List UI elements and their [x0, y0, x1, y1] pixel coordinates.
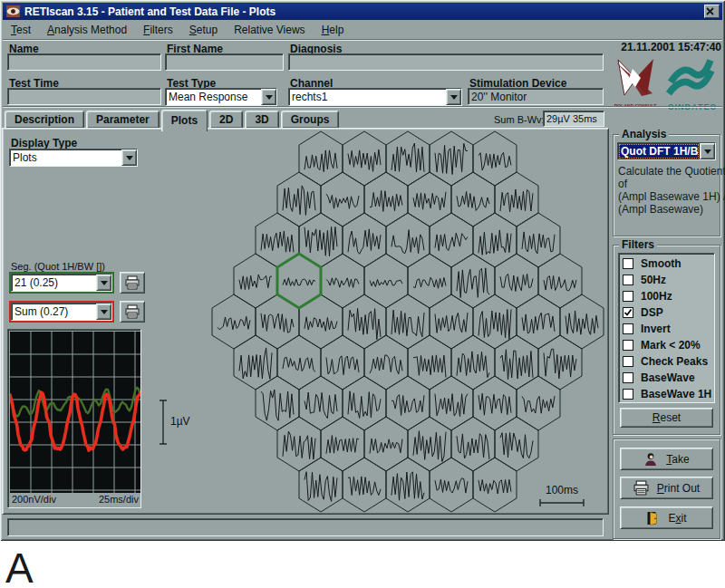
- hex-trace: [435, 394, 468, 417]
- hex-trace: [522, 232, 555, 254]
- print-out-button[interactable]: Print Out: [620, 477, 713, 499]
- filter-check-peaks[interactable]: Check Peaks: [619, 353, 714, 370]
- test-type-select[interactable]: Mean Response: [165, 88, 277, 106]
- channel-select[interactable]: rechts1: [288, 88, 462, 106]
- hex-trace: [261, 313, 294, 333]
- chevron-down-icon: [101, 281, 108, 285]
- checkbox-icon[interactable]: [623, 307, 633, 318]
- hex-trace: [283, 278, 315, 286]
- reset-button[interactable]: Reset: [620, 408, 713, 428]
- seg-combo2-dropdown-button[interactable]: [96, 304, 111, 320]
- analysis-select[interactable]: Quot DFT 1H/B: [617, 142, 716, 160]
- hex-trace: [283, 186, 315, 216]
- analysis-description-line: (Ampl Basewave 1H) /: [618, 190, 725, 203]
- hex-trace: [304, 150, 337, 172]
- hex-trace: [392, 310, 424, 337]
- hex-trace: [457, 434, 489, 459]
- hex-trace: [348, 149, 381, 171]
- checkbox-icon[interactable]: [623, 258, 633, 269]
- sum-bwv-value: 29µV 35ms: [543, 111, 604, 127]
- reset-button-label: Reset: [652, 411, 681, 424]
- test-type-dropdown-button[interactable]: [261, 89, 276, 105]
- checkbox-icon[interactable]: [623, 389, 633, 400]
- seg-combo1-dropdown-button[interactable]: [96, 275, 111, 291]
- tab-3d[interactable]: 3D: [245, 111, 278, 129]
- hex-trace: [304, 317, 337, 332]
- display-type-select[interactable]: Plots: [9, 149, 138, 167]
- close-button[interactable]: [704, 5, 720, 18]
- checkbox-icon[interactable]: [623, 275, 633, 285]
- test-time-input[interactable]: [7, 88, 161, 105]
- tab-plots[interactable]: Plots: [161, 110, 208, 131]
- menu-filters[interactable]: Filters: [135, 22, 181, 38]
- filter-smooth[interactable]: Smooth: [619, 255, 714, 272]
- hex-segment[interactable]: [234, 254, 277, 308]
- red-trace: [10, 392, 140, 450]
- filters-list: Smooth50Hz100HzDSPInvertMark < 20%Check …: [618, 253, 715, 403]
- filter-basewave[interactable]: BaseWave: [619, 370, 714, 386]
- hex-trace: [478, 152, 511, 170]
- tab-2d[interactable]: 2D: [209, 111, 243, 129]
- menu-test[interactable]: Test: [3, 22, 39, 38]
- seg-combo2-frame: Sum (0.27): [9, 301, 114, 323]
- menu-analysis-method[interactable]: Analysis Method: [39, 22, 135, 38]
- hex-field[interactable]: [145, 129, 609, 515]
- checkbox-icon[interactable]: [623, 291, 633, 302]
- filter-invert[interactable]: Invert: [619, 321, 714, 337]
- tab-parameter[interactable]: Parameter: [86, 111, 160, 129]
- analysis-dropdown-button[interactable]: [700, 143, 715, 159]
- menu-relative-views[interactable]: Relative Views: [226, 22, 313, 38]
- hex-trace: [326, 436, 359, 454]
- exit-button-label: Exit: [668, 512, 686, 525]
- filter-label: 50Hz: [641, 274, 666, 286]
- filter-100hz[interactable]: 100Hz: [619, 288, 714, 304]
- channel-dropdown-button[interactable]: [446, 89, 461, 105]
- hex-trace: [457, 352, 489, 378]
- analysis-value: Quot DFT 1H/B: [618, 143, 700, 159]
- filter-label: Mark < 20%: [641, 339, 701, 352]
- hex-trace: [544, 349, 576, 379]
- take-button[interactable]: Take: [620, 448, 713, 470]
- menu-help[interactable]: Help: [314, 22, 353, 38]
- seg2-print-button[interactable]: [120, 301, 145, 323]
- tab-groups[interactable]: Groups: [281, 111, 340, 129]
- hex-segment[interactable]: [212, 294, 256, 349]
- filter-50hz[interactable]: 50Hz: [619, 272, 714, 288]
- filter-dsp[interactable]: DSP: [619, 304, 714, 321]
- filter-basewave-1h[interactable]: BaseWave 1H: [619, 386, 714, 402]
- hex-trace: [544, 276, 576, 292]
- x-div-label: 25ms/div: [99, 494, 139, 506]
- seg-combo1[interactable]: 21 (0.25): [11, 274, 112, 292]
- hex-trace: [522, 396, 555, 413]
- hex-trace: [500, 274, 533, 291]
- checkbox-icon[interactable]: [623, 372, 633, 383]
- hex-trace: [500, 350, 533, 380]
- window-title: RETIscan 3.15 - Patient and Test Data Fi…: [24, 5, 276, 18]
- display-type-label: Display Type: [11, 137, 77, 149]
- exit-button[interactable]: Exit: [620, 506, 713, 529]
- diagnosis-input[interactable]: [288, 53, 604, 71]
- hex-trace: [500, 189, 533, 212]
- seg1-print-button[interactable]: [120, 272, 145, 294]
- stimulation-device-field: 20'' Monitor: [468, 88, 604, 105]
- amplitude-scale-bar: [160, 400, 167, 444]
- filter-mark-20-[interactable]: Mark < 20%: [619, 337, 714, 353]
- display-type-dropdown-button[interactable]: [121, 149, 137, 166]
- checkbox-icon[interactable]: [623, 340, 633, 351]
- analysis-description-line: of: [618, 178, 725, 190]
- menu-setup[interactable]: Setup: [181, 22, 226, 38]
- chevron-down-icon: [266, 95, 273, 100]
- checkbox-icon[interactable]: [623, 356, 633, 367]
- checkbox-icon[interactable]: [623, 323, 633, 334]
- cindatec-logo: CINDATEC: [664, 57, 720, 111]
- hex-trace: [261, 231, 294, 252]
- datetime-text: 21.11.2001 15:47:40: [580, 41, 721, 53]
- y-div-label: 200nV/div: [12, 494, 56, 506]
- tab-description[interactable]: Description: [5, 111, 84, 129]
- first-name-input[interactable]: [165, 53, 284, 71]
- seg-combo2[interactable]: Sum (0.27): [11, 303, 112, 321]
- name-input[interactable]: [7, 53, 161, 71]
- title-bar[interactable]: RETIscan 3.15 - Patient and Test Data Fi…: [3, 3, 722, 20]
- filter-label: 100Hz: [641, 290, 672, 303]
- hex-trace: [435, 233, 468, 251]
